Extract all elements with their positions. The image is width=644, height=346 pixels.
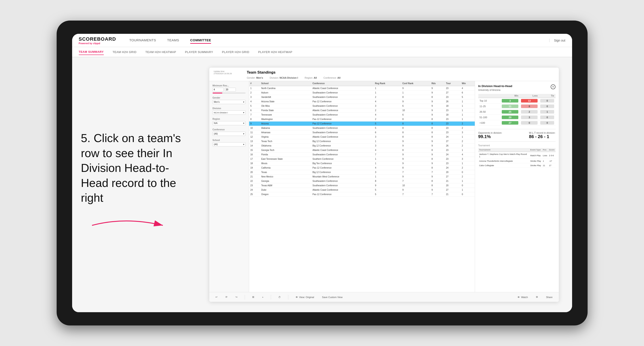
cell-tour: 23 <box>445 122 460 126</box>
cell-conf-rank: 8 <box>401 135 430 139</box>
view-original-button[interactable]: 👁 View: Original <box>294 295 316 299</box>
cell-conf-rank: 8 <box>401 122 430 126</box>
table-row[interactable]: 15 Georgia Tech Atlantic Coast Conferenc… <box>249 148 475 153</box>
min-rounds-min-input[interactable] <box>212 88 224 91</box>
table-row[interactable]: 4 Arizona State Pac-12 Conference 4 9 9 … <box>249 99 475 104</box>
table-row[interactable]: 13 Texas Tech Big 12 Conference 1 9 9 27… <box>249 139 475 144</box>
tournament-table: Tournament Event Type Pos Score Jackson … <box>478 148 556 168</box>
cell-reg-rank: 5 <box>374 188 401 192</box>
table-row[interactable]: 25 Oregon Pac-12 Conference 5 7 7 21 0 <box>249 192 475 197</box>
cell-reg-rank: 4 <box>374 166 401 170</box>
cell-school: Florida <box>260 153 311 157</box>
sign-out-button[interactable]: Sign out <box>549 39 565 42</box>
cell-rds: 8 <box>430 183 445 188</box>
table-row[interactable]: 8 Washington Pac-12 Conference 2 8 8 23 … <box>249 117 475 122</box>
conference-filter-control[interactable]: (All)▾ <box>212 132 246 136</box>
cell-tour: 23 <box>445 117 460 122</box>
table-row[interactable]: 1 North Carolina Atlantic Coast Conferen… <box>249 86 475 91</box>
cell-rank: 24 <box>249 188 260 192</box>
tour-name: Arizona Thunderbirds Intercollegiate <box>478 159 530 163</box>
cell-reg-rank: 3 <box>374 170 401 174</box>
cell-rank: 18 <box>249 161 260 166</box>
cell-conf-rank: 8 <box>401 166 430 170</box>
table-row[interactable]: 17 East Tennessee State Southern Confere… <box>249 157 475 161</box>
cell-conference: Mountain West Conference <box>311 174 374 179</box>
cell-school: Illinois <box>260 161 311 166</box>
h2h-row: 11-25 11 8 0 <box>478 104 556 109</box>
region-filter-control[interactable]: N/A▾ <box>212 121 246 125</box>
nav-items: TOURNAMENTS TEAMS COMMITTEE <box>129 37 549 44</box>
min-rounds-label: Minimum Rou... <box>212 84 246 87</box>
subnav-team-h2h-heatmap[interactable]: TEAM H2H HEATMAP <box>145 49 176 55</box>
table-row[interactable]: 22 Georgia Southeastern Conference 8 7 8… <box>249 179 475 183</box>
table-row[interactable]: 19 California Pac-12 Conference 4 8 8 24… <box>249 166 475 170</box>
h2h-close-button[interactable]: ✕ <box>551 84 556 89</box>
school-filter-control[interactable]: (All)▾ <box>212 142 246 147</box>
division-filter-label: Division <box>212 107 246 110</box>
subnav-player-summary[interactable]: PLAYER SUMMARY <box>185 49 213 55</box>
cell-conference: Big 12 Conference <box>311 144 374 148</box>
clock-button[interactable]: ⏱ <box>276 295 282 299</box>
cell-conference: Big 12 Conference <box>311 170 374 174</box>
undo-button[interactable]: ↩ <box>214 295 219 299</box>
table-row[interactable]: 23 Texas A&M Southeastern Conference 9 1… <box>249 183 475 188</box>
settings-button[interactable]: ⚙ <box>534 295 540 299</box>
table-row[interactable]: 16 Florida Southeastern Conference 7 9 9… <box>249 153 475 157</box>
save-custom-button[interactable]: Save Custom View <box>320 295 344 299</box>
nav-committee[interactable]: COMMITTEE <box>190 37 211 44</box>
cell-rank: 23 <box>249 183 260 188</box>
table-row[interactable]: 6 Florida State Atlantic Coast Conferenc… <box>249 108 475 113</box>
add-button[interactable]: + <box>260 295 265 299</box>
subnav-team-summary[interactable]: TEAM SUMMARY <box>79 49 104 55</box>
division-filter-control[interactable]: NCAA Division I▾ <box>212 111 246 115</box>
cell-conf-rank: 9 <box>401 99 430 104</box>
table-scroll[interactable]: # School Conference Reg Rank Conf Rank R… <box>249 81 475 292</box>
cell-rds: 9 <box>430 104 445 108</box>
cell-rds: 9 <box>430 174 445 179</box>
col-rds: Rds <box>430 81 445 86</box>
table-row[interactable]: 20 Texas Big 12 Conference 3 7 7 20 0 <box>249 170 475 174</box>
h2h-range: 51-100 <box>478 115 500 120</box>
table-row[interactable]: 18 Illinois Big Ten Conference 1 9 9 23 … <box>249 161 475 166</box>
forward-button[interactable]: ↪ <box>234 295 239 299</box>
gender-label: Gender: Men's <box>247 76 263 79</box>
table-row[interactable]: 9 Arizona Pac-12 Conference 5 8 8 23 2 <box>249 122 475 126</box>
table-row[interactable]: 24 Duke Atlantic Coast Conference 5 9 9 … <box>249 188 475 192</box>
table-row[interactable]: 21 New Mexico Mountain West Conference 1… <box>249 174 475 179</box>
nav-tournaments[interactable]: TOURNAMENTS <box>129 37 156 44</box>
subnav-team-h2h-grid[interactable]: TEAM H2H GRID <box>112 49 136 55</box>
cell-tour: 23 <box>445 157 460 161</box>
min-rounds-max-input[interactable] <box>225 88 236 91</box>
table-row[interactable]: 3 Vanderbilt Southeastern Conference 2 8… <box>249 95 475 99</box>
cell-rds: 9 <box>430 188 445 192</box>
scoreboard-window: Update time: 27/03/2024 16:56:26 Team St… <box>209 68 559 302</box>
standings-table: # School Conference Reg Rank Conf Rank R… <box>249 81 475 197</box>
share-button[interactable]: Share <box>544 295 554 299</box>
h2h-loss: 13 <box>520 98 539 104</box>
region-label: Region: All <box>305 76 317 79</box>
copy-button[interactable]: ⊞ <box>250 295 256 299</box>
cell-reg-rank: 9 <box>374 183 401 188</box>
subnav-player-h2h-heatmap[interactable]: PLAYER H2H HEATMAP <box>258 49 292 55</box>
subnav-player-h2h-grid[interactable]: PLAYER H2H GRID <box>222 49 249 55</box>
cell-school: Arkansas <box>260 130 311 135</box>
table-row[interactable]: 11 Arkansas Southeastern Conference 6 8 … <box>249 130 475 135</box>
cell-conf-rank: 7 <box>401 192 430 197</box>
watch-button[interactable]: 👁 Watch <box>516 295 530 299</box>
cell-conf-rank: 10 <box>401 108 430 113</box>
redo-step-button[interactable]: ⟳ <box>224 295 229 299</box>
cell-rds: 9 <box>430 144 445 148</box>
cell-win: 0 <box>460 183 474 188</box>
table-row[interactable]: 5 Ole Miss Southeastern Conference 3 6 9… <box>249 104 475 108</box>
cell-conf-rank: 6 <box>401 113 430 117</box>
h2h-loss: 3 <box>520 115 539 120</box>
nav-teams[interactable]: TEAMS <box>167 37 179 44</box>
h2h-tie: 0 <box>539 120 555 126</box>
table-row[interactable]: 12 Virginia Atlantic Coast Conference 3 … <box>249 135 475 139</box>
table-row[interactable]: 14 Oklahoma Big 12 Conference 3 9 9 26 2 <box>249 144 475 148</box>
table-row[interactable]: 7 Tennessee Southeastern Conference 4 6 … <box>249 113 475 117</box>
table-row[interactable]: 10 Alabama Southeastern Conference 5 8 8… <box>249 126 475 130</box>
gender-filter-control[interactable]: Men's▾ <box>212 100 246 104</box>
table-row[interactable]: 2 Auburn Southeastern Conference 1 1 9 2… <box>249 91 475 95</box>
region-filter-label: Region <box>212 118 246 120</box>
